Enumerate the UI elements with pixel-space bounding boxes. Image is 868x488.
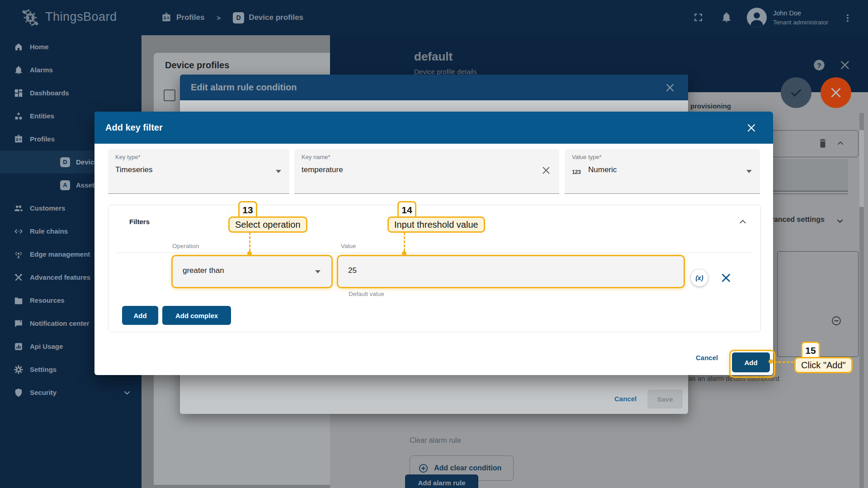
shield-icon [14,388,24,398]
device-profiles-chip-icon: D [60,157,70,167]
clear-icon[interactable] [541,165,551,175]
sidebar-item-alarms[interactable]: Alarms [0,58,142,81]
chevron-down-icon [276,170,281,173]
edit-dialog-footer [180,376,688,414]
edit-dialog-cancel-button[interactable]: Cancel [614,395,637,403]
dashboards-icon [14,88,24,98]
key-name-input[interactable] [302,165,482,174]
value-column-header: Value [341,243,356,249]
fullscreen-icon[interactable] [693,12,704,23]
api-usage-chart-icon [14,342,24,352]
sidebar-item-dashboards[interactable]: Dashboards [0,81,142,104]
threshold-value-input[interactable] [348,266,642,275]
key-name-field[interactable]: Key name* [294,149,559,194]
thingsboard-app: ThingsBoard Profiles > D Device profiles [0,0,868,488]
profiles-badge-icon [14,134,24,144]
annotation-13-connector [249,232,250,251]
add-filter-button[interactable]: Add [122,306,158,325]
annotation-step-14-label: Input threshold value [387,216,485,233]
modal-add-button[interactable]: Add [732,352,770,372]
profiles-badge-icon [161,12,172,23]
filters-label: Filters [129,218,150,225]
edit-dialog-header: Edit alarm rule condition [180,75,688,100]
clear-alarm-rule-label: Clear alarm rule [410,436,461,445]
user-role: Tenant administrator [773,19,828,26]
numeric-123-icon: 123 [572,169,580,175]
svg-text:?: ? [817,61,821,69]
notifications-bell-icon[interactable] [721,11,732,23]
breadcrumb-device-profiles[interactable]: Device profiles [249,13,303,22]
remove-circle-icon[interactable] [831,315,842,326]
provisioning-tab-fragment[interactable]: provisioning [690,102,731,110]
remove-filter-icon[interactable] [720,272,732,284]
plus-circle-icon [418,463,429,474]
close-icon[interactable] [665,82,675,93]
dashboard-hint-fragment: as an alarm details dashboard [689,375,779,382]
asset-profiles-chip-icon: A [60,180,70,190]
edit-dialog-title: Edit alarm rule condition [191,82,297,93]
alarm-bell-icon [14,65,24,75]
home-icon [14,42,24,52]
collapse-chevron-up-icon[interactable] [738,217,748,227]
close-icon[interactable] [746,122,757,133]
breadcrumb-profiles[interactable]: Profiles [176,13,204,22]
sidebar-item-security[interactable]: Security [0,381,142,404]
discard-changes-fab[interactable] [821,77,851,108]
trash-icon[interactable] [817,137,829,149]
chevron-down-icon [746,170,752,173]
gear-icon [14,365,24,375]
rule-chains-icon [14,226,24,236]
annotation-step-13-label: Select operation [228,216,307,233]
annotation-15-connector [774,361,794,363]
value-type-select[interactable]: Value type* 123 Numeric [565,149,760,194]
operation-column-header: Operation [172,243,199,249]
default-value-hint: Default value [349,291,384,297]
user-name: John Doe [773,9,801,17]
operation-select[interactable]: greater than [171,255,333,288]
collapse-chevron-up-icon[interactable] [836,139,845,148]
scrollbar-thumb[interactable] [859,130,864,207]
chevron-down-icon [123,388,132,397]
annotation-14-connector [404,232,405,251]
sidebar-item-home[interactable]: Home [0,35,142,58]
modal-header: Add key filter [94,112,773,144]
divider [117,253,752,253]
details-title: default [414,50,453,64]
annotation-14-dot [402,251,406,256]
topbar: ThingsBoard Profiles > D Device profiles [0,0,868,35]
add-complex-filter-button[interactable]: Add complex [162,306,231,325]
notification-message-icon [14,319,24,328]
advanced-settings-fragment[interactable]: vanced settings [770,216,825,224]
avatar[interactable] [747,8,767,28]
device-profile-chip-icon: D [233,12,244,23]
tools-icon [14,272,24,282]
breadcrumb: Profiles > D Device profiles [161,10,303,25]
background-field [764,159,848,192]
add-alarm-rule-button[interactable]: Add alarm rule [405,474,478,488]
chevron-down-icon[interactable] [835,216,844,225]
dynamic-value-button[interactable]: (x) [691,269,708,286]
key-type-select[interactable]: Key type* Timeseries [108,149,289,194]
modal-title: Add key filter [105,122,163,133]
apply-changes-fab[interactable] [781,77,811,108]
app-title: ThingsBoard [45,10,117,24]
thingsboard-logo-icon [20,7,41,28]
entities-icon [14,111,24,121]
table-title: Device profiles [165,60,229,70]
chevron-down-icon [315,270,321,273]
select-all-checkbox[interactable] [164,89,175,101]
schedule-box [777,251,859,357]
threshold-value-field[interactable] [337,255,685,288]
annotation-step-15-label: Click "Add" [794,357,853,373]
annotation-15-dot [769,359,773,364]
edge-antenna-icon [14,249,24,259]
modal-cancel-button[interactable]: Cancel [696,354,718,361]
folder-icon [14,296,24,305]
edit-dialog-save-button[interactable]: Save [647,389,683,408]
help-icon[interactable]: ? [813,59,826,71]
details-close-icon[interactable] [839,59,851,71]
add-key-filter-modal: Add key filter Key type* Timeseries Key … [94,112,773,375]
more-menu-icon[interactable] [843,12,853,24]
annotation-13-dot [247,251,252,256]
breadcrumb-separator: > [217,14,221,22]
